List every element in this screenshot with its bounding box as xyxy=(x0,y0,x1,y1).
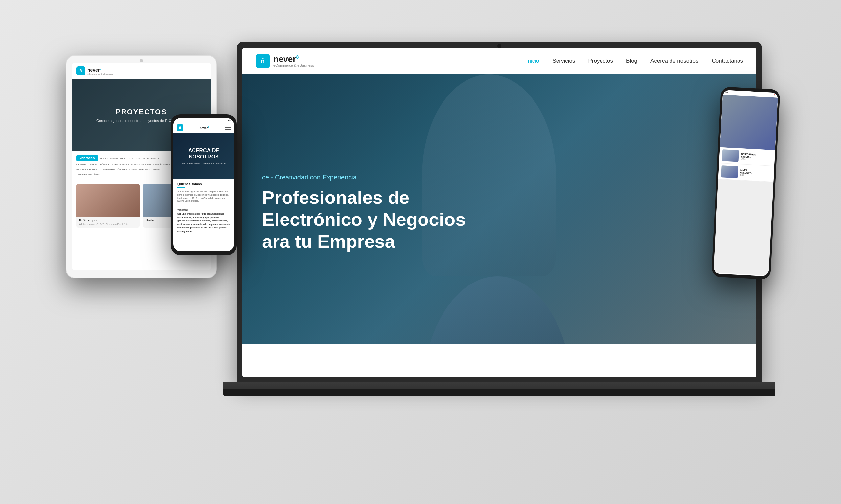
phone-screen-center: ●● ñ never8 ACERCA DE NOSOTROS xyxy=(173,118,234,251)
phone-device-center: ●● ñ never8 ACERCA DE NOSOTROS xyxy=(171,114,237,255)
tablet-hero-title: PROYECTOS xyxy=(116,108,167,116)
laptop-screen: ñ never8 eCommerce & eBusiness Inicio Se… xyxy=(242,48,756,377)
filter-punt[interactable]: PUNT... xyxy=(153,168,162,171)
nav-item-blog[interactable]: Blog xyxy=(626,58,637,64)
hamburger-line-3 xyxy=(225,129,230,130)
phone-hero-content: ACERCA DE NOSOTROS Nunca en Círculos – S… xyxy=(178,144,229,168)
project-shampoo-info: Mi Shampoo Adobe commercE, B2C, Comercio… xyxy=(76,217,140,228)
filter-b2c[interactable]: B2C xyxy=(135,157,140,160)
hero-content: ce - Creatividad con Experiencia Profesi… xyxy=(262,174,465,253)
phone-title-underline xyxy=(177,187,185,188)
nav-item-proyectos[interactable]: Proyectos xyxy=(588,58,613,64)
project-shampoo-name: Mi Shampoo xyxy=(79,218,137,222)
phone-right-screen: 9:41 📍 UNIFORME SEJECU... ENV... xyxy=(713,90,778,276)
phone-right-location-icon: 📍 xyxy=(773,94,775,96)
laptop-logo-name: never8 xyxy=(273,55,314,63)
nav-item-contacto[interactable]: Contáctanos xyxy=(712,58,743,64)
filter-adobe-commerce[interactable]: ADOBE COMMERCE xyxy=(100,157,126,160)
project-shampoo-tags: Adobe commercE, B2C, Comercio Electrónic… xyxy=(79,223,137,226)
phone-vision-text: Ser una empresa líder que crea Solucione… xyxy=(177,212,230,233)
filter-omni[interactable]: OMNICANALIDAD xyxy=(130,168,152,171)
filter-comercio[interactable]: COMERCIO ELECTRÓNICO xyxy=(76,163,110,166)
filter-datos[interactable]: DATOS MAESTROS MDM Y PIM xyxy=(113,163,152,166)
product-uniformes-text: UNIFORME SEJECU... ENV... xyxy=(741,152,772,162)
tablet-logo-icon: ñ xyxy=(76,66,85,75)
filter-all-button[interactable]: VER TODO xyxy=(76,155,98,161)
tablet-camera xyxy=(140,59,143,62)
laptop-body: ñ never8 eCommerce & eBusiness Inicio Se… xyxy=(237,42,762,383)
nav-item-inicio[interactable]: Inicio xyxy=(526,58,539,64)
laptop-logo-sub: eCommerce & eBusiness xyxy=(273,63,314,67)
product-ejecutiva-image xyxy=(721,165,738,178)
phone-navbar: ñ never8 xyxy=(173,122,234,133)
product-ejecutiva-text: LÍNEAEJECUTT... ESA... xyxy=(740,169,771,178)
laptop-logo-icon: ñ xyxy=(256,54,270,68)
tablet-logo-sub: eCommerce & eBusiness xyxy=(87,73,113,75)
filter-b2b[interactable]: B2B xyxy=(128,157,133,160)
hamburger-line-1 xyxy=(225,126,230,126)
product-list-item-uniformes[interactable]: UNIFORME SEJECU... ENV... xyxy=(719,147,775,166)
laptop-foot xyxy=(223,389,775,396)
product-list-item-ejecutiva[interactable]: LÍNEAEJECUTT... ESA... xyxy=(718,163,774,182)
phone-hamburger-button[interactable] xyxy=(225,126,230,130)
phone-right-hero-image xyxy=(720,95,778,150)
phone-status-bar: ●● xyxy=(173,118,234,122)
laptop-logo: ñ never8 eCommerce & eBusiness xyxy=(256,54,314,68)
tablet-logo: ñ never8 eCommerce & eBusiness xyxy=(76,66,113,75)
laptop-nav-links: Inicio Servicios Proyectos Blog Acerca d… xyxy=(526,58,743,64)
phone-hero-subtitle: Nunca en Círculos – Siempre en Evolución xyxy=(182,162,225,165)
laptop-base xyxy=(223,382,775,396)
hero-tagline: ce - Creatividad con Experiencia xyxy=(262,174,465,181)
phone-right-content: UNIFORME SEJECU... ENV... LÍNEAEJECUTT..… xyxy=(714,95,778,275)
phone-quienes-title: Quiénes somos xyxy=(177,182,230,186)
filter-integracion[interactable]: INTEGRACIÓN ERP xyxy=(103,168,127,171)
hamburger-line-2 xyxy=(225,127,230,128)
phone-notch xyxy=(194,116,213,119)
phone-right-time: 9:41 xyxy=(725,91,729,94)
phone-vision-label: VISIÓN: xyxy=(177,209,230,211)
nav-item-acerca[interactable]: Acerca de nosotros xyxy=(650,58,699,64)
filter-catalogo[interactable]: CATÁLOGO DE... xyxy=(142,157,162,160)
filter-imagen[interactable]: IMAGEN DE MARCA xyxy=(76,168,101,171)
nav-item-servicios[interactable]: Servicios xyxy=(552,58,575,64)
tablet-navbar: ñ never8 eCommerce & eBusiness xyxy=(72,63,211,79)
phone-hero: ACERCA DE NOSOTROS Nunca en Círculos – S… xyxy=(173,133,234,179)
phone-logo-icon: ñ xyxy=(177,124,183,131)
hero-title: Profesionales de Electrónico y Negocios … xyxy=(262,186,465,253)
tablet-logo-name: never8 xyxy=(87,67,101,73)
phone-quienes-section: Quiénes somos Somos una Agencia Creativa… xyxy=(173,179,234,206)
filter-diseno[interactable]: DISEÑO WEB... xyxy=(153,163,172,166)
scene: ñ never8 eCommerce & eBusiness Inicio Se… xyxy=(59,22,782,482)
phone-status-icons: ●● xyxy=(228,120,230,122)
laptop-camera xyxy=(497,44,501,48)
laptop-logo-textblock: never8 eCommerce & eBusiness xyxy=(273,55,314,67)
product-uniformes-image xyxy=(722,149,739,162)
phone-brand: never8 xyxy=(200,126,209,130)
laptop-device: ñ never8 eCommerce & eBusiness Inicio Se… xyxy=(237,42,762,403)
project-shampoo-image xyxy=(76,184,140,217)
filter-tiendas[interactable]: TIENDAS EN LÍNEA xyxy=(76,173,100,176)
project-card-shampoo[interactable]: Mi Shampoo Adobe commercE, B2C, Comercio… xyxy=(76,184,140,228)
tablet-logo-textblock: never8 eCommerce & eBusiness xyxy=(87,67,113,75)
laptop-hero: ce - Creatividad con Experiencia Profesi… xyxy=(242,74,756,344)
phone-quienes-text: Somos una Agencia Creativa que presta se… xyxy=(177,190,230,203)
laptop-navbar: ñ never8 eCommerce & eBusiness Inicio Se… xyxy=(242,48,756,74)
phone-device-right: 9:41 📍 UNIFORME SEJECU... ENV... xyxy=(711,87,780,280)
phone-hero-title: ACERCA DE NOSOTROS xyxy=(182,147,225,160)
phone-vision-section: VISIÓN: Ser una empresa líder que crea S… xyxy=(173,206,234,236)
